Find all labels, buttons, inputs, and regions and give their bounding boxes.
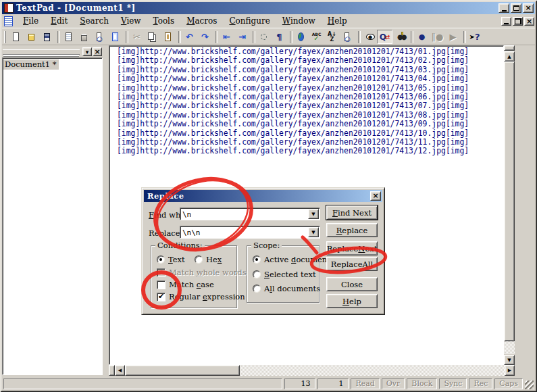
word-wrap-button[interactable] [256, 30, 272, 44]
pane-close-button[interactable]: × [93, 47, 102, 56]
menu-item[interactable]: Tools [147, 16, 181, 27]
replace-with-combobox: ▼ [180, 226, 320, 239]
menu-item[interactable]: Help [322, 16, 353, 27]
mdi-close-icon: × [526, 18, 532, 25]
print-button[interactable] [76, 30, 92, 44]
match-whole-words-checkbox[interactable]: Match whole words [157, 268, 247, 277]
play-macro-button[interactable]: ▶ [445, 30, 461, 44]
context-help-button[interactable]: ➤ ? [467, 30, 482, 44]
replace-with-dropdown-button[interactable]: ▼ [308, 227, 319, 237]
minimize-button[interactable] [498, 3, 509, 13]
find-in-files-button[interactable]: ●● [392, 30, 408, 44]
scroll-down-button[interactable]: ▼ [504, 355, 515, 365]
editor-line: [img]http://www.brickshelf.com/gallery/f… [117, 56, 503, 65]
regular-expression-checkbox[interactable]: ✔ Regular expression [157, 292, 245, 301]
resize-grip[interactable] [525, 381, 534, 389]
toolbar-button-icon-overlay: Z [330, 37, 334, 43]
mdi-restore-button[interactable] [513, 17, 523, 26]
dialog-close-button[interactable]: × [370, 191, 381, 201]
close-button[interactable]: × [523, 3, 534, 13]
toolbar-button-icon: ¶ [276, 32, 282, 42]
view-in-browser-button[interactable] [107, 30, 123, 44]
replace-with-input[interactable] [182, 228, 307, 237]
sort-button[interactable]: A↓ Z [324, 30, 340, 44]
vertical-scroll-track[interactable] [504, 341, 515, 354]
split-handle[interactable] [109, 365, 115, 376]
replace-action-button[interactable]: Replace [326, 223, 378, 237]
unindent-button[interactable]: ⇤ [219, 30, 234, 44]
find-what-dropdown-button[interactable]: ▼ [308, 209, 319, 219]
print-preview-button[interactable]: ○ [92, 30, 107, 44]
cut-button[interactable]: ✂ [129, 30, 145, 44]
text-radio[interactable]: Text [157, 255, 185, 264]
redo-button[interactable]: ↷ [197, 30, 213, 44]
mdi-close-button[interactable]: × [524, 17, 534, 26]
scroll-right-button[interactable]: ▶ [505, 365, 515, 376]
match-case-checkbox[interactable]: Match case [157, 280, 214, 289]
web-globe-button[interactable] [293, 30, 309, 44]
view-options-button[interactable]: ● [361, 30, 377, 44]
all-documents-radio[interactable]: All documents [253, 284, 320, 293]
scroll-up-button[interactable]: ▲ [504, 51, 515, 62]
document-system-menu-icon[interactable] [4, 16, 13, 26]
menu-item[interactable]: Configure [223, 16, 276, 27]
selected-text-radio[interactable]: Selected text [253, 270, 316, 279]
chevron-down-icon: ▾ [86, 49, 89, 55]
open-file-button[interactable] [24, 30, 39, 44]
find-next-button[interactable]: Find Next [326, 205, 378, 220]
toolbar-button-icon-overlay: ○ [344, 35, 351, 43]
split-handle[interactable] [504, 45, 515, 51]
undo-button[interactable]: ↶ [182, 30, 197, 44]
screen: TextPad - [Document1 *] × FileEditSearch… [0, 0, 537, 392]
vertical-scroll-thumb[interactable] [504, 62, 515, 341]
active-document-radio[interactable]: Active document [253, 255, 330, 264]
pane-dropdown-button[interactable]: ▾ [82, 47, 92, 56]
horizontal-scroll-track[interactable] [240, 365, 505, 376]
replace-dialog-title-bar[interactable]: Replace × [144, 190, 382, 202]
document-list-item[interactable]: Document1 * [3, 59, 59, 70]
toolbar-button-icon [298, 32, 304, 41]
record-macro-button[interactable]: ● [414, 30, 430, 44]
replace-next-button[interactable]: Replace Next [326, 241, 378, 255]
replace-button[interactable]: Q ⇄ [377, 30, 392, 44]
indent-button[interactable]: ⇥ [234, 30, 250, 44]
dialog-title: Replace [147, 191, 370, 201]
textpad-app-icon[interactable] [4, 3, 14, 13]
checkbox-icon: ✔ [157, 293, 165, 301]
document-list[interactable]: Document1 * [2, 57, 103, 375]
menu-item[interactable]: Edit [45, 16, 74, 27]
maximize-button[interactable] [511, 3, 521, 13]
menu-item[interactable]: Search [74, 16, 115, 27]
replace-dialog: Replace × Find what: ▼ Replace with: ▼ C… [141, 187, 385, 315]
menu-bar: FileEditSearchViewToolsMacrosConfigureWi… [2, 15, 535, 28]
find-what-input[interactable] [182, 210, 307, 219]
spell-check-button[interactable]: ABC ✓ [309, 30, 324, 44]
paste-button[interactable] [160, 30, 176, 44]
document-properties-button[interactable] [61, 30, 76, 44]
close-button[interactable]: Close [326, 277, 378, 291]
pane-grip[interactable] [3, 49, 80, 55]
menu-item[interactable]: Window [276, 16, 322, 27]
search-document-button[interactable]: ○ [340, 30, 355, 44]
toolbar-grip[interactable] [4, 31, 6, 43]
formatting-marks-button[interactable]: ¶ [272, 30, 287, 44]
scroll-left-button[interactable]: ◀ [115, 365, 125, 376]
title-bar[interactable]: TextPad - [Document1 *] × [2, 2, 535, 14]
menu-item[interactable]: View [115, 16, 147, 27]
horizontal-scroll-thumb[interactable] [125, 365, 240, 376]
save-button[interactable] [39, 30, 55, 44]
menu-item[interactable]: Macros [180, 16, 223, 27]
toolbar-button-icon: ⇥ [238, 32, 246, 42]
copy-button[interactable] [145, 30, 160, 44]
status-indicator: Sync [439, 378, 467, 389]
maximize-icon [513, 5, 519, 11]
editor-line: [img]http://www.brickshelf.com/gallery/f… [117, 129, 503, 138]
help-button[interactable]: Help [326, 294, 378, 308]
mdi-minimize-button[interactable] [501, 17, 511, 26]
hex-radio[interactable]: Hex [195, 255, 222, 264]
pause-macro-button[interactable]: ‖● [430, 30, 445, 44]
editor-line: [img]http://www.brickshelf.com/gallery/f… [117, 47, 503, 56]
new-document-button[interactable] [8, 30, 24, 44]
replace-all-button[interactable]: Replace All [326, 257, 378, 271]
menu-item[interactable]: File [17, 16, 45, 27]
